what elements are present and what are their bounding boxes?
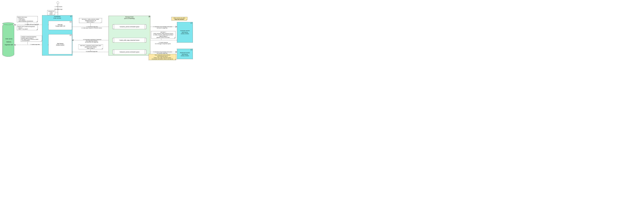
port-icon: [72, 40, 73, 40]
step-8-label: 8. Launch next saga step: [81, 51, 103, 52]
queue-saga-responses: 'create_order_saga_responses' queue: [112, 38, 146, 43]
note-insert-order: INSERT INTO Order: consumer_id <order de…: [17, 16, 38, 22]
step-7-label: 7. Update saga state: [25, 44, 45, 45]
note-update-saga: UPDATE CreateOrderSagaState WHERE saga_i…: [21, 36, 42, 42]
component-icon: [191, 23, 192, 24]
note-task-ticket: task name = 'restaurant_service.create_t…: [78, 45, 103, 49]
step-3-label: 3. Launch first saga step,i.e. make asyn…: [76, 25, 108, 30]
component-icon: [70, 16, 72, 17]
step-9-label: 9. Subscribe to the message in the queue…: [148, 50, 176, 55]
step-2-label: 2. Create order and SagaState: [22, 24, 42, 25]
queue-consumer-commands: 'consumer_service.commands' queue: [112, 25, 146, 29]
port-icon: [48, 45, 48, 45]
component-icon: [70, 21, 72, 23]
port-icon: [177, 52, 177, 52]
database-label: Order service database, SagaState table: [2, 37, 14, 47]
consumer-service-component: Consumer service task listener (Celery w…: [177, 22, 193, 43]
note-task-verify: task name = 'verify_consumer_details' pa…: [79, 18, 102, 23]
note-insert-saga: INSERT INTO CreateOrderSagaState: order_…: [17, 26, 38, 30]
queue-restaurant-commands: 'restaurant_service.commands' queue: [112, 50, 146, 54]
port-icon: [72, 52, 73, 52]
message-broker-title: Message broker (such as RabbitMQ): [109, 16, 150, 19]
port-icon: [48, 25, 48, 25]
step-5-label: 5. Publish responseas a message to respo…: [150, 41, 176, 46]
consumer-service-label: Consumer service task listener (Celery w…: [177, 30, 193, 35]
port-icon: [177, 27, 177, 27]
component-icon: [191, 49, 192, 50]
restaurant-service-component: Restaurant service task listener (Celery…: [177, 49, 193, 59]
note-task-response: task name = 'verify_consumer_details.res…: [151, 31, 176, 39]
saga-step-handlers-note: Below services are called Saga Step Hand…: [172, 17, 187, 21]
input-note: consumer_id <order details>: [47, 10, 55, 15]
step-4-label: 4 . Subscribe to the message in the queu…: [148, 25, 176, 30]
component-icon: [70, 35, 72, 36]
port-icon: [177, 40, 177, 40]
restaurant-service-label: Restaurant service task listener (Celery…: [177, 52, 193, 57]
actor-icon: [57, 2, 59, 4]
port-icon: [72, 27, 72, 27]
orchestrator-title: Orchestrator (order service): [42, 16, 72, 19]
task-listener-component: Task listener (Celery worker): [48, 34, 72, 54]
node-icon: [148, 16, 150, 17]
step-6-label: 6. Orchestrator subscribes to responsesf…: [77, 38, 106, 44]
web-app-component: Web app. "Create Order" API: [48, 21, 72, 30]
diagram-canvas: 1. HTTP request that creates saga consum…: [0, 0, 193, 60]
